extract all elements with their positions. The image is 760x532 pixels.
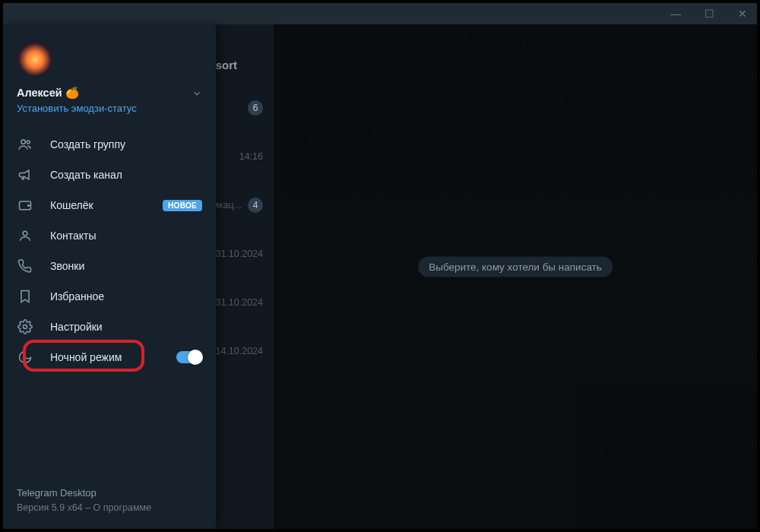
set-emoji-status-link[interactable]: Установить эмодзи-статус <box>3 101 216 125</box>
menu-saved[interactable]: Избранное <box>3 281 216 312</box>
main-menu-drawer: Алексей 🍊 Установить эмодзи-статус Созда… <box>3 24 216 529</box>
bookmark-icon <box>17 288 33 305</box>
menu-label: Кошелёк <box>50 199 93 211</box>
chat-area: Выберите, кому хотели бы написать <box>274 24 757 529</box>
new-badge: НОВОЕ <box>163 200 202 211</box>
menu-label: Настройки <box>50 321 103 333</box>
svg-point-0 <box>21 140 25 144</box>
chat-time: 14:16 <box>239 151 263 162</box>
unread-badge: 6 <box>248 100 263 116</box>
window-minimize-button[interactable]: — <box>666 5 686 22</box>
svg-point-4 <box>23 231 27 236</box>
profile-section <box>3 24 216 79</box>
window-maximize-button[interactable]: ☐ <box>699 5 719 22</box>
user-icon <box>17 227 33 244</box>
wallet-icon <box>17 197 33 214</box>
svg-point-1 <box>27 141 30 144</box>
chat-preview: икац... <box>214 200 242 211</box>
menu-label: Контакты <box>50 230 96 242</box>
drawer-footer: Telegram Desktop Версия 5.9 x64 – О прог… <box>3 475 216 529</box>
chat-time: 14.10.2024 <box>215 346 263 356</box>
chat-list-column: sort 6 14:16 икац...4 31.10.2024 31.10.2… <box>3 24 274 529</box>
menu-label: Создать канал <box>50 169 122 181</box>
main-menu: Создать группу Создать канал Кошелёк <box>3 125 216 372</box>
avatar[interactable] <box>17 40 53 76</box>
menu-label: Звонки <box>50 260 84 272</box>
menu-settings[interactable]: Настройки <box>3 312 216 342</box>
night-mode-toggle[interactable] <box>176 351 202 363</box>
phone-icon <box>17 258 33 274</box>
menu-label: Создать группу <box>50 138 125 150</box>
menu-new-group[interactable]: Создать группу <box>3 129 216 160</box>
megaphone-icon <box>17 166 33 183</box>
profile-name-row[interactable]: Алексей 🍊 <box>3 79 216 101</box>
chat-time: 31.10.2024 <box>215 249 263 259</box>
profile-name: Алексей 🍊 <box>17 87 79 100</box>
menu-wallet[interactable]: Кошелёк НОВОЕ <box>3 190 216 220</box>
chevron-down-icon <box>192 88 202 99</box>
window-close-button[interactable]: ✕ <box>733 5 752 22</box>
menu-calls[interactable]: Звонки <box>3 251 216 281</box>
menu-new-channel[interactable]: Создать канал <box>3 160 216 190</box>
svg-point-5 <box>24 325 27 329</box>
app-window: — ☐ ✕ sort 6 14:16 икац...4 31.10.2024 3… <box>3 3 757 529</box>
titlebar: — ☐ ✕ <box>3 3 757 24</box>
gear-icon <box>17 318 33 335</box>
menu-night-mode[interactable]: Ночной режим <box>3 342 216 372</box>
app-body: sort 6 14:16 икац...4 31.10.2024 31.10.2… <box>3 24 757 529</box>
menu-label: Избранное <box>50 290 104 302</box>
moon-icon <box>17 349 33 366</box>
svg-point-3 <box>28 205 30 207</box>
chat-time: 31.10.2024 <box>215 297 263 308</box>
app-name: Telegram Desktop <box>17 486 202 501</box>
group-icon <box>17 136 33 153</box>
unread-badge: 4 <box>248 198 263 213</box>
menu-label: Ночной режим <box>50 351 122 363</box>
app-version[interactable]: Версия 5.9 x64 – О программе <box>17 501 202 515</box>
menu-contacts[interactable]: Контакты <box>3 220 216 251</box>
empty-chat-hint: Выберите, кому хотели бы написать <box>418 256 613 277</box>
